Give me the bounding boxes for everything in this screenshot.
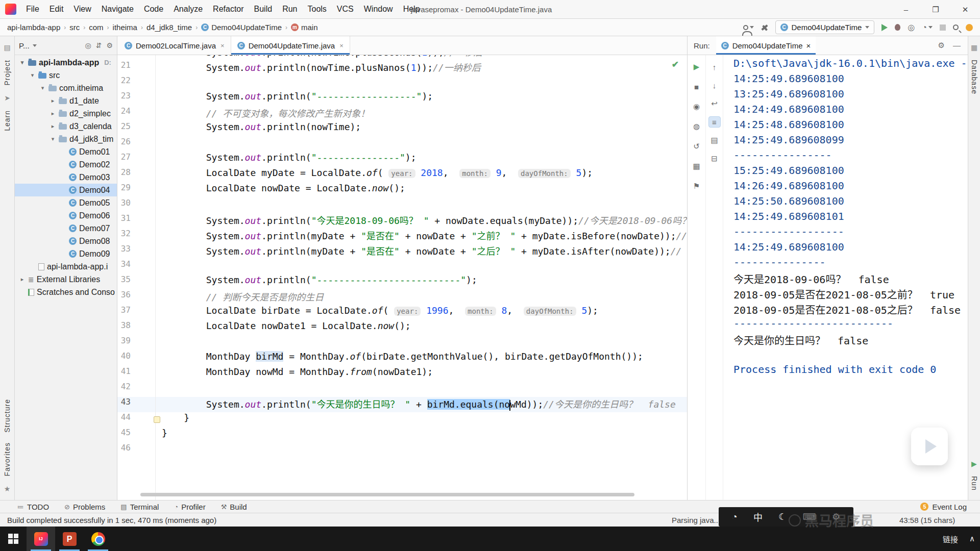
close-icon[interactable]: ×: [806, 41, 811, 50]
collapse-all-button[interactable]: ⇵: [96, 41, 102, 49]
maximize-button[interactable]: ❐: [921, 0, 950, 19]
stop-button[interactable]: [940, 24, 946, 31]
minimize-button[interactable]: –: [891, 0, 921, 19]
code-line-46[interactable]: [156, 443, 687, 458]
tree-item-demo08[interactable]: CDemo08: [15, 235, 117, 247]
code-line-27[interactable]: System.out.println("---------------");: [156, 152, 687, 167]
run-settings-gear-icon[interactable]: ⚙: [938, 41, 945, 50]
chevron-icon[interactable]: ▸: [50, 123, 56, 130]
menu-file[interactable]: File: [21, 3, 44, 16]
breadcrumb-item-src[interactable]: src: [69, 23, 80, 32]
locate-file-button[interactable]: ◎: [85, 41, 91, 49]
horizontal-scrollbar[interactable]: [140, 493, 634, 496]
menu-vcs[interactable]: VCS: [332, 3, 358, 16]
tree-item-scratches and conso[interactable]: Scratches and Conso: [15, 286, 117, 298]
lang-zh-icon[interactable]: 中: [753, 510, 763, 523]
editor-body[interactable]: 2021222324252627282930313233343536373839…: [117, 55, 687, 500]
moon-icon[interactable]: ☾: [778, 511, 787, 522]
menu-build[interactable]: Build: [250, 3, 277, 16]
chevron-icon[interactable]: ▾: [19, 59, 26, 66]
soft-wrap-icon[interactable]: ≡: [708, 116, 721, 128]
code-line-26[interactable]: [156, 137, 687, 152]
intention-bulb-icon[interactable]: [154, 416, 160, 423]
code-line-24[interactable]: // 不可变对象，每次修改产生新对象！: [156, 106, 687, 121]
tool-tab-structure[interactable]: Structure: [3, 399, 11, 433]
code-line-22[interactable]: [156, 76, 687, 91]
code-area[interactable]: System.out.println(nowTime.plusSeconds(1…: [156, 55, 687, 500]
tool-window-button-todo[interactable]: ≔TODO: [17, 503, 49, 511]
code-line-29[interactable]: LocalDate nowDate = LocalDate.now();: [156, 183, 687, 198]
history-icon[interactable]: ▦: [691, 161, 703, 172]
code-line-45[interactable]: }: [156, 428, 687, 443]
caret-position-indicator[interactable]: 43:58 (15 chars): [899, 516, 955, 524]
code-line-32[interactable]: System.out.println(myDate + "是否在" + nowD…: [156, 229, 687, 244]
tool-window-button-terminal[interactable]: ▤Terminal: [120, 503, 159, 511]
tree-item-demo03[interactable]: CDemo03: [15, 171, 117, 184]
tree-item-demo04[interactable]: CDemo04: [15, 184, 117, 196]
settings-gear-icon[interactable]: ⚙: [106, 41, 113, 49]
restore-layout-icon[interactable]: ↺: [691, 141, 703, 152]
run-tab[interactable]: C Demo04UpdateTime ×: [716, 36, 816, 55]
taskbar-intellij[interactable]: IJ: [27, 527, 55, 551]
tray-chevron-up-icon[interactable]: ∧: [969, 534, 975, 543]
tool-tab-learn[interactable]: Learn: [3, 110, 11, 131]
code-line-30[interactable]: [156, 198, 687, 213]
code-line-21[interactable]: System.out.println(nowTime.plusNanos(1))…: [156, 60, 687, 76]
coverage-button[interactable]: ◎: [908, 22, 915, 32]
menu-run[interactable]: Run: [278, 3, 302, 16]
down-stack-icon[interactable]: ↓: [708, 80, 721, 91]
menu-code[interactable]: Code: [139, 3, 168, 16]
stop-icon[interactable]: ■: [691, 81, 703, 92]
menu-analyze[interactable]: Analyze: [169, 3, 207, 16]
chevron-icon[interactable]: ▸: [50, 110, 56, 117]
search-everywhere-button[interactable]: [953, 24, 959, 30]
tool-tab-database[interactable]: Database: [970, 60, 978, 94]
menu-tools[interactable]: Tools: [303, 3, 331, 16]
code-line-40[interactable]: MonthDay birMd = MonthDay.of(birDate.get…: [156, 351, 687, 366]
chevron-icon[interactable]: ▸: [50, 97, 56, 104]
chevron-icon[interactable]: ▾: [39, 85, 46, 91]
code-line-34[interactable]: [156, 259, 687, 274]
clear-icon[interactable]: ⊟: [708, 153, 721, 164]
tree-item-src[interactable]: ▾src: [15, 69, 117, 82]
breadcrumb-item-api-lambda-app[interactable]: api-lambda-app: [7, 23, 60, 32]
soft-return-icon[interactable]: ↩: [708, 98, 721, 109]
tree-item-demo02[interactable]: CDemo02: [15, 158, 117, 171]
profiler-icon[interactable]: ◍: [691, 121, 703, 132]
menu-window[interactable]: Window: [359, 3, 398, 16]
taskbar-powerpoint[interactable]: P: [55, 527, 84, 551]
editor-tab-demo02localtime.java[interactable]: CDemo02LocalTime.java×: [118, 36, 231, 55]
code-line-41[interactable]: MonthDay nowMd = MonthDay.from(nowDate1)…: [156, 366, 687, 382]
chevron-icon[interactable]: ▾: [29, 72, 36, 79]
tree-item-d2_simplec[interactable]: ▸d2_simplec: [15, 107, 117, 120]
tool-tab-favorites[interactable]: Favorites: [3, 442, 11, 477]
breadcrumb-item-itheima[interactable]: itheima: [113, 23, 137, 32]
rerun-icon[interactable]: ▶: [691, 61, 703, 72]
profiler-button[interactable]: ◔: [922, 23, 933, 32]
run-button[interactable]: [881, 24, 888, 31]
breadcrumb-item-main[interactable]: mmain: [291, 23, 318, 32]
tree-item-demo09[interactable]: CDemo09: [15, 247, 117, 260]
code-with-me-button[interactable]: [743, 25, 754, 30]
chevron-icon[interactable]: ▾: [50, 136, 56, 142]
tree-item-d1_date[interactable]: ▸d1_date: [15, 94, 117, 107]
code-line-43[interactable]: System.out.println("今天是你的生日吗？ " + birMd.…: [156, 397, 687, 412]
code-line-20[interactable]: System.out.println(nowTime.plusSeconds(1…: [156, 55, 687, 60]
print-icon[interactable]: ▤: [708, 135, 721, 146]
update-notification-button[interactable]: [966, 24, 973, 31]
tool-window-button-profiler[interactable]: ◔Profiler: [174, 503, 205, 511]
menu-edit[interactable]: Edit: [45, 3, 68, 16]
code-line-23[interactable]: System.out.println("------------------")…: [156, 91, 687, 106]
tool-window-button-problems[interactable]: ⊘Problems: [64, 503, 105, 511]
taskbar-chrome[interactable]: [84, 527, 112, 551]
tray-link-text[interactable]: 链接: [943, 534, 958, 544]
tree-item-api-lambda-app.i[interactable]: api-lambda-app.i: [15, 260, 117, 273]
menu-navigate[interactable]: Navigate: [97, 3, 138, 16]
event-log-button[interactable]: 5 Event Log: [920, 503, 967, 511]
editor-tab-demo04updatetime.java[interactable]: CDemo04UpdateTime.java×: [231, 36, 350, 55]
close-button[interactable]: ✕: [950, 0, 980, 19]
code-line-44[interactable]: }: [156, 412, 687, 428]
tool-window-button-build[interactable]: ⚒Build: [221, 503, 247, 511]
tree-item-demo07[interactable]: CDemo07: [15, 222, 117, 235]
code-line-33[interactable]: System.out.println(myDate + "是否在" + nowD…: [156, 244, 687, 259]
